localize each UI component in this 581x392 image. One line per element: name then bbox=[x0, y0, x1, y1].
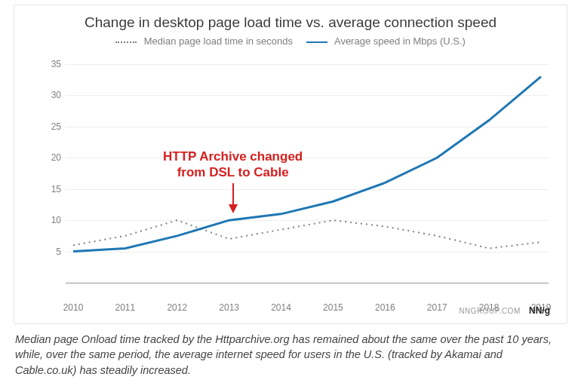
x-axis-line bbox=[66, 283, 549, 283]
chart-card: Change in desktop page load time vs. ave… bbox=[14, 5, 567, 324]
page: Change in desktop page load time vs. ave… bbox=[0, 0, 581, 392]
chart-title: Change in desktop page load time vs. ave… bbox=[14, 14, 567, 31]
x-tick-label: 2016 bbox=[375, 302, 395, 313]
y-tick-label: 35 bbox=[51, 59, 66, 69]
y-tick-label: 20 bbox=[51, 152, 66, 163]
solid-swatch-icon bbox=[306, 41, 327, 43]
credit-line: NNGROUP.COM NN/g bbox=[459, 305, 550, 316]
x-tick-label: 2012 bbox=[167, 302, 187, 313]
legend-item-avg-speed: Average speed in Mbps (U.S.) bbox=[306, 35, 466, 47]
figure-caption: Median page Onload time tracked by the H… bbox=[15, 332, 558, 378]
legend: Median page load time in seconds Average… bbox=[14, 35, 567, 47]
credit-site: NNGROUP.COM bbox=[459, 307, 520, 315]
dotted-swatch-icon bbox=[115, 41, 137, 43]
annotation-text-line1: HTTP Archive changed bbox=[158, 149, 309, 164]
x-tick-label: 2017 bbox=[427, 302, 447, 313]
y-tick-label: 15 bbox=[51, 184, 66, 194]
legend-label: Average speed in Mbps (U.S.) bbox=[334, 35, 466, 47]
annotation-dsl-to-cable: HTTP Archive changed from DSL to Cable bbox=[158, 149, 309, 213]
legend-item-median-load-time: Median page load time in seconds bbox=[115, 35, 293, 47]
plot-area: HTTP Archive changed from DSL to Cable 2… bbox=[66, 64, 549, 283]
x-tick-label: 2011 bbox=[115, 302, 136, 313]
y-tick-label: 25 bbox=[51, 121, 66, 132]
credit-brand: NN/g bbox=[529, 305, 550, 316]
x-tick-label: 2014 bbox=[271, 302, 291, 313]
y-tick-label: 5 bbox=[56, 247, 66, 257]
annotation-text-line2: from DSL to Cable bbox=[158, 165, 309, 180]
svg-marker-1 bbox=[229, 204, 238, 213]
x-tick-label: 2013 bbox=[219, 302, 239, 313]
y-tick-label: 30 bbox=[51, 90, 66, 100]
legend-label: Median page load time in seconds bbox=[144, 35, 293, 47]
y-tick-label: 10 bbox=[51, 215, 66, 225]
x-tick-label: 2010 bbox=[63, 302, 84, 313]
arrow-down-icon bbox=[226, 182, 241, 213]
x-tick-label: 2015 bbox=[323, 302, 343, 313]
